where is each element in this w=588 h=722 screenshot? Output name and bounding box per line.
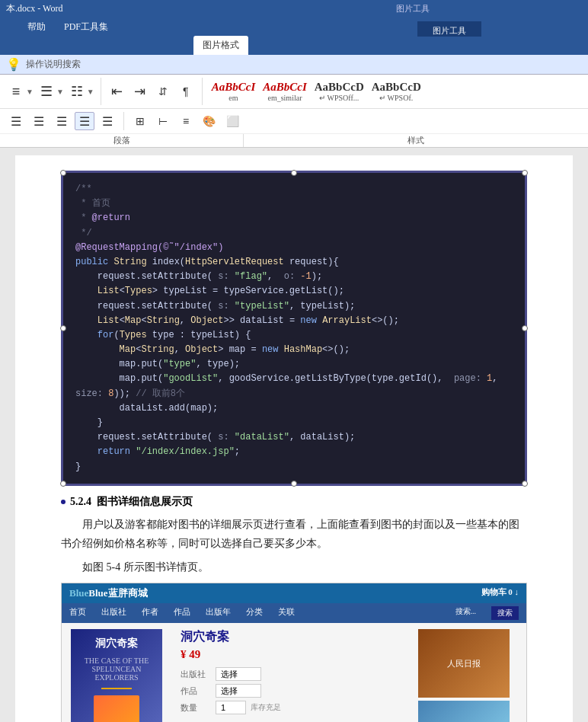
handle-bl[interactable] [60,481,66,487]
style-em-text: AaBbCcI [212,81,256,94]
shading-btn[interactable]: 🎨 [199,112,219,130]
cover-subtitle: THE CASE OF THE SPELUNCEAN EXPLORERS [71,657,162,682]
style-em-similar-text: AaBbCcI [263,81,307,94]
handle-tl[interactable] [60,170,66,176]
section-title: 图书详细信息展示页 [97,495,193,509]
indent-increase-btn[interactable]: ⇥ [130,82,150,101]
work-row: 作品 [181,684,409,698]
search-label[interactable]: 操作说明搜索 [26,58,81,71]
search-box-placeholder[interactable]: 搜索... [455,606,477,620]
book-details: 洞穴奇案 ¥ 49 出版社 作品 [181,629,409,722]
handle-br[interactable] [522,481,528,487]
sort-btn[interactable]: ⇵ [153,82,173,101]
nav-home[interactable]: 首页 [69,606,86,620]
site-name-rest: Blue蓝胖商城 [88,587,147,599]
book-cover-img: 洞穴奇案 THE CASE OF THE SPELUNCEAN EXPLORER… [71,629,162,722]
format-tab-row: 图片格式 [0,37,588,55]
ribbon-row-1: ≡ ▼ ☰ ▼ ☷ ▼ ⇤ ⇥ ⇵ ¶ AaBbCcI em AaBbCcI e… [0,75,588,109]
search-btn-screenshot[interactable]: 搜索 [491,606,519,620]
doc-para-1: 用户以及游客都能对图书的详细展示页进行查看，上面能查看到图书的封面以及一些基本的… [61,515,527,553]
screenshot-main: 洞穴奇案 THE CASE OF THE SPELUNCEAN EXPLORER… [62,623,526,722]
title-text: 本.docx - Word [6,2,62,15]
sep1 [101,78,101,105]
nav-category[interactable]: 分类 [246,606,263,620]
screenshot-navbar: 首页 出版社 作者 作品 出版年 分类 关联 搜索... 搜索 [62,603,526,623]
section-dot [61,500,66,504]
styles-section: AaBbCcI em AaBbCcI em_similar AaBbCcD ↵ … [209,79,582,104]
align-justify-btn[interactable]: ☰ [75,112,94,130]
style-em-similar[interactable]: AaBbCcI em_similar [260,79,310,104]
handle-mr[interactable] [522,325,528,331]
handle-tr[interactable] [522,170,528,176]
pic-tools-label: 图片工具 [417,21,481,37]
align-distribute-btn[interactable]: ☰ [97,112,117,130]
style-wps1-label: ↵ WPSOff... [319,94,359,102]
lamp-icon: 💡 [6,57,21,72]
code-content: /** * 首页 * @return */ @RequestMapping(©˜… [75,182,513,474]
ribbon-top-bar: ​ 帮助 PDF工具集 图片工具 [0,17,588,37]
style-wps1-text: AaBbCcD [315,81,364,94]
sidebar-book-2: 人民文学 [418,701,510,722]
nav-author[interactable]: 作者 [142,606,158,620]
nav-publisher[interactable]: 出版社 [101,606,126,620]
book-cover-area: 洞穴奇案 THE CASE OF THE SPELUNCEAN EXPLORER… [71,629,171,722]
tab-help[interactable]: 帮助 [18,18,55,37]
publisher-row: 出版社 [181,667,409,681]
section-num: 5.2.4 [70,496,91,508]
section-heading: 5.2.4 图书详细信息展示页 [61,495,527,509]
align-left-btn[interactable]: ☰ [6,112,26,130]
bullet-dropdown-icon[interactable]: ▼ [26,88,34,96]
tab-normal[interactable]: ​ [0,19,18,37]
marks-btn[interactable]: ¶ [176,82,196,101]
handle-ml[interactable] [60,325,66,331]
doc-para-2: 如图 5-4 所示图书详情页。 [61,557,527,577]
style-wps2[interactable]: AaBbCcD ↵ WPSOf. [369,79,424,104]
sep3 [123,112,124,130]
multi-level-list-btn[interactable]: ☷ [67,82,87,101]
nav-work[interactable]: 作品 [174,606,190,620]
align-center-btn[interactable]: ☰ [29,112,49,130]
site-name-blue: Blue [69,587,88,599]
tab-pdf[interactable]: PDF工具集 [55,18,117,37]
book-price: ¥ 49 [181,648,409,661]
work-label: 作品 [181,685,211,697]
num-dropdown-icon[interactable]: ▼ [56,88,64,96]
hyphen-btn[interactable]: ⊢ [153,112,173,130]
tab-pic-format[interactable]: 图片格式 [193,36,248,55]
para-group-label: 段落 [0,134,244,147]
code-block: /** * 首页 * @return */ @RequestMapping(©˜… [61,171,527,486]
style-wps1[interactable]: AaBbCcD ↵ WPSOff... [312,79,367,104]
border-btn[interactable]: ⬜ [222,112,243,130]
multi-list-btn-group: ☷ ▼ [67,82,94,101]
publisher-label: 出版社 [181,669,211,680]
style-em[interactable]: AaBbCcI em [209,79,259,104]
sidebar-book-1: 人民日报 [418,629,510,698]
group-labels-row: 段落 样式 [0,133,588,147]
qty-input[interactable] [216,701,246,714]
book-screenshot: BlueBlue蓝胖商城 购物车 0 ↓ 首页 出版社 作者 作品 出版年 分类… [61,583,527,722]
bullet-list-btn[interactable]: ≡ [6,82,26,101]
cart-text: 购物车 0 ↓ [481,586,519,598]
cover-text: 洞穴奇案 THE CASE OF THE SPELUNCEAN EXPLORER… [71,637,162,722]
handle-bm[interactable] [291,481,297,487]
cover-divider [101,688,132,689]
screenshot-body: 洞穴奇案 THE CASE OF THE SPELUNCEAN EXPLORER… [62,623,526,722]
multi-dropdown-icon[interactable]: ▼ [87,88,94,96]
style-em-similar-label: em_similar [267,94,302,102]
ribbon-toolbar: ≡ ▼ ☰ ▼ ☷ ▼ ⇤ ⇥ ⇵ ¶ AaBbCcI em AaBbCcI e… [0,75,588,148]
line-spacing-btn[interactable]: ≡ [176,112,196,130]
doc-page: /** * 首页 * @return */ @RequestMapping(©˜… [15,155,573,722]
stock-text: 库存充足 [251,702,281,713]
doc-area: /** * 首页 * @return */ @RequestMapping(©˜… [0,148,588,722]
list-btn-group: ≡ ▼ [6,82,34,101]
handle-tm[interactable] [291,170,297,176]
align-right-btn[interactable]: ☰ [52,112,72,130]
nav-year[interactable]: 出版年 [206,606,231,620]
nav-related[interactable]: 关联 [278,606,295,620]
work-input[interactable] [216,684,261,698]
indent-decrease-btn[interactable]: ⇤ [107,82,127,101]
column-btn[interactable]: ⊞ [130,112,150,130]
publisher-input[interactable] [216,667,261,681]
numbered-list-btn[interactable]: ☰ [37,82,56,101]
qty-label: 数量 [181,702,211,714]
